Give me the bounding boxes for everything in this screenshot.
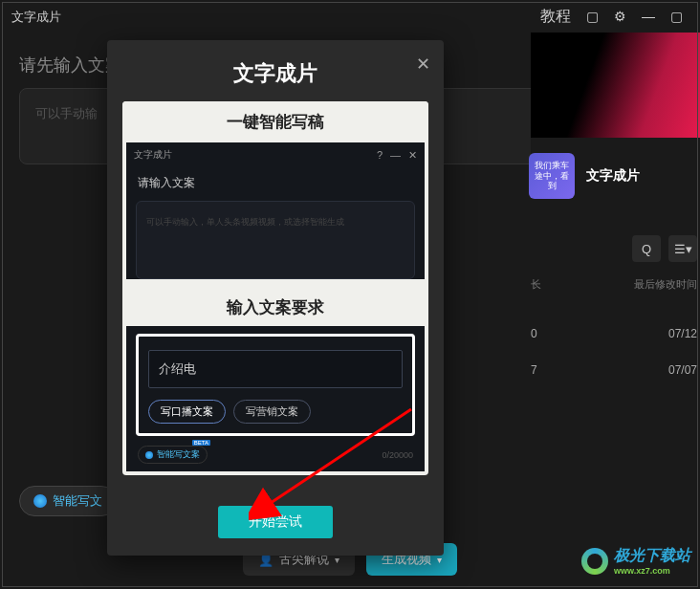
chevron-down-icon: ▾ [335, 555, 339, 565]
mini-input-card: 可以手动输入，单人头条视频视频，或选择智能生成 [136, 201, 415, 279]
minimize-icon[interactable]: — [642, 9, 655, 24]
mini-ghost-text: 可以手动输入，单人头条视频视频，或选择智能生成 [146, 217, 344, 227]
mini-beta-badge: BETA [192, 440, 210, 446]
mini-help-icon: ? [377, 149, 383, 162]
mini-smart-label: 智能写文案 [157, 448, 200, 461]
preview-block2: 介绍电 写口播文案 写营销文案 智能写文案 BETA 0/20000 [126, 326, 425, 471]
mini-counter: 0/20000 [382, 450, 413, 460]
mini-minimize-icon: — [390, 149, 401, 162]
modal-body: 一键智能写稿 文字成片 ? — ✕ 请输入文案 可以手动输入，单人头条视频视频，… [107, 101, 444, 491]
table-row[interactable]: 7 07/07 [531, 352, 697, 388]
mini-smart-button: 智能写文案 BETA [138, 446, 208, 464]
section2-title: 输入文案要求 [122, 289, 428, 326]
maximize-icon[interactable]: ▢ [670, 9, 683, 24]
right-panel: 教程 ▢ ⚙ — ▢ 我们乘车途中，看到 文字成片 Q ☰▾ 长 最后修改时间 … [531, 0, 700, 589]
banner-gradient [531, 33, 700, 138]
highlighted-input-frame: 介绍电 写口播文案 写营销文案 [136, 334, 415, 436]
settings-icon[interactable]: ⚙ [614, 9, 626, 24]
cell-date: 07/07 [668, 363, 697, 377]
chevron-down-icon: ▾ [437, 555, 442, 565]
mini-prompt: 请输入文案 [126, 167, 425, 197]
mini-close-icon: ✕ [408, 149, 417, 162]
modal-title: 文字成片 [233, 59, 317, 88]
input-placeholder: 可以手动输 [35, 106, 98, 120]
col-duration: 长 [531, 277, 541, 292]
section1-title: 一键智能写稿 [122, 101, 428, 142]
sort-icon[interactable]: ☰▾ [668, 235, 697, 262]
feature-thumbnail: 我们乘车途中，看到 [529, 153, 575, 199]
smart-dot-icon [33, 494, 47, 508]
chip-row: 写口播文案 写营销文案 [148, 400, 403, 424]
tutorial-label[interactable]: 教程 [540, 7, 571, 27]
modal-close-icon[interactable]: ✕ [416, 54, 430, 75]
feature-label: 文字成片 [586, 167, 640, 185]
chip-marketing: 写营销文案 [233, 400, 311, 424]
watermark: 极光下载站 www.xz7.com [581, 546, 690, 576]
feature-card[interactable]: 我们乘车途中，看到 文字成片 [529, 153, 640, 199]
table-row[interactable]: 0 07/12 [531, 316, 697, 352]
right-top-strip: 教程 ▢ ⚙ — ▢ [531, 0, 700, 33]
window-title: 文字成片 [11, 9, 61, 26]
search-icon[interactable]: Q [632, 235, 661, 262]
col-modified: 最后修改时间 [634, 277, 697, 292]
data-rows: 0 07/12 7 07/07 [531, 316, 697, 388]
cell-duration: 0 [531, 327, 537, 340]
right-toolbar: Q ☰▾ [632, 235, 697, 262]
watermark-url: www.xz7.com [614, 566, 690, 576]
chat-icon[interactable]: ▢ [586, 9, 599, 24]
column-headers: 长 最后修改时间 [531, 277, 697, 292]
cell-date: 07/12 [668, 327, 697, 340]
mini-title: 文字成片 [134, 148, 172, 162]
preview-image: 一键智能写稿 文字成片 ? — ✕ 请输入文案 可以手动输入，单人头条视频视频，… [122, 101, 428, 475]
onboarding-modal: 文字成片 ✕ 一键智能写稿 文字成片 ? — ✕ 请输入文案 可以手动输入，单人… [107, 40, 444, 556]
smart-write-button[interactable]: 智能写文 B [19, 486, 117, 516]
smart-write-label: 智能写文 [53, 492, 102, 510]
mini-dot-icon [145, 451, 153, 459]
watermark-text: 极光下载站 [614, 547, 690, 563]
mini-smart-row: 智能写文案 BETA 0/20000 [126, 446, 425, 471]
start-try-button[interactable]: 开始尝试 [218, 506, 333, 538]
mini-controls: ? — ✕ [377, 149, 417, 162]
watermark-logo-icon [581, 548, 608, 575]
modal-header: 文字成片 ✕ [107, 40, 444, 101]
cell-duration: 7 [531, 363, 537, 377]
preview-block1: 文字成片 ? — ✕ 请输入文案 可以手动输入，单人头条视频视频，或选择智能生成 [126, 142, 425, 279]
mini-titlebar: 文字成片 ? — ✕ [126, 142, 425, 167]
chip-script: 写口播文案 [148, 400, 226, 424]
demo-input: 介绍电 [148, 350, 403, 388]
